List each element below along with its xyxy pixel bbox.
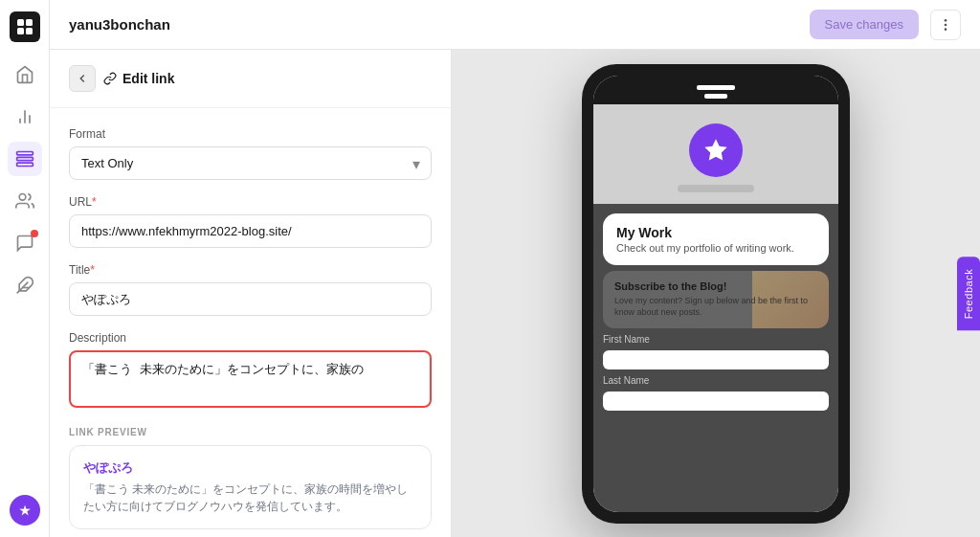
edit-link-title: Edit link xyxy=(103,71,174,86)
svg-point-10 xyxy=(19,194,26,201)
phone-bar-wide xyxy=(697,85,735,90)
more-options-button[interactable] xyxy=(930,10,961,40)
feedback-tab[interactable]: Feedback xyxy=(957,257,980,330)
phone-card-title: My Work xyxy=(616,225,815,240)
app-logo[interactable] xyxy=(10,11,40,42)
phone-first-name-input xyxy=(603,350,829,369)
format-label: Format xyxy=(69,127,432,141)
svg-marker-16 xyxy=(704,139,726,160)
sidebar-item-home[interactable] xyxy=(8,57,42,92)
phone-subscribe-title: Subscribe to the Blog! xyxy=(614,280,817,292)
svg-rect-9 xyxy=(16,163,33,166)
phone-subscribe-area: Subscribe to the Blog! Love my content? … xyxy=(603,271,829,328)
phone-bar-narrow xyxy=(704,94,727,99)
format-group: Format Text Only Image + Text Image Only… xyxy=(69,127,432,180)
back-button[interactable] xyxy=(69,65,96,92)
svg-point-14 xyxy=(945,23,947,26)
link-icon xyxy=(103,72,117,85)
svg-rect-7 xyxy=(16,152,33,155)
phone-first-name-label: First Name xyxy=(603,334,829,345)
phone-profile-area xyxy=(593,104,838,204)
url-label: URL* xyxy=(69,195,432,209)
topbar: yanu3bonchan Save changes xyxy=(50,0,980,50)
preview-title: やぽぷろ xyxy=(83,459,417,477)
svg-point-15 xyxy=(945,28,947,31)
link-preview-section: LINK PREVIEW やぽぷろ 「書こう 未来のために」をコンセプトに、家族… xyxy=(50,427,451,537)
format-select-wrapper: Text Only Image + Text Image Only ▾ xyxy=(69,146,432,180)
title-group: Title* xyxy=(69,263,432,316)
phone-card-desc: Check out my portfolio of writing work. xyxy=(616,242,815,254)
format-select[interactable]: Text Only Image + Text Image Only xyxy=(69,146,432,180)
phone-field-group: First Name Last Name xyxy=(603,334,829,411)
phone-top-bar xyxy=(593,76,838,104)
description-label: Description xyxy=(69,331,432,345)
form-area: Format Text Only Image + Text Image Only… xyxy=(50,108,451,427)
sidebar-item-messages[interactable] xyxy=(8,226,42,260)
edit-link-header: Edit link xyxy=(50,50,451,108)
description-textarea[interactable]: 「書こう 未来のために」をコンセプトに、家族の xyxy=(69,350,432,408)
link-preview-label: LINK PREVIEW xyxy=(69,427,432,437)
link-preview-card: やぽぷろ 「書こう 未来のために」をコンセプトに、家族の時間を増やしたい方に向け… xyxy=(69,445,432,529)
main-area: yanu3bonchan Save changes xyxy=(50,0,980,537)
sidebar: ★ xyxy=(0,0,50,537)
sidebar-avatar[interactable]: ★ xyxy=(10,495,40,526)
sidebar-item-links[interactable] xyxy=(8,142,42,176)
phone-last-name-input xyxy=(603,392,829,411)
phone-name-blur xyxy=(678,185,754,192)
sidebar-item-integrations[interactable] xyxy=(8,268,42,302)
phone-content: My Work Check out my portfolio of writin… xyxy=(593,204,838,512)
title-label: Title* xyxy=(69,263,432,277)
sidebar-item-analytics[interactable] xyxy=(8,100,42,134)
phone-subscribe-desc: Love my content? Sign up below and be th… xyxy=(614,295,817,319)
description-group: Description 「書こう 未来のために」をコンセプトに、家族の xyxy=(69,331,432,408)
phone-screen: My Work Check out my portfolio of writin… xyxy=(593,76,838,512)
preview-desc: 「書こう 未来のために」をコンセプトに、家族の時間を増やしたい方に向けてブログノ… xyxy=(83,481,417,515)
url-input[interactable] xyxy=(69,214,432,248)
svg-rect-0 xyxy=(17,19,24,26)
left-panel: Edit link Format Text Only Image + Text … xyxy=(50,50,452,537)
messages-badge xyxy=(31,230,38,237)
svg-rect-3 xyxy=(26,28,33,34)
phone-last-name-label: Last Name xyxy=(603,375,829,386)
phone-my-work-card: My Work Check out my portfolio of writin… xyxy=(603,213,829,265)
right-panel: Feedback xyxy=(452,50,980,537)
svg-rect-8 xyxy=(16,157,33,160)
url-group: URL* xyxy=(69,195,432,248)
title-input[interactable] xyxy=(69,282,432,316)
svg-point-13 xyxy=(945,19,947,22)
svg-rect-2 xyxy=(17,28,24,34)
sidebar-item-people[interactable] xyxy=(8,184,42,218)
phone-mockup: My Work Check out my portfolio of writin… xyxy=(582,64,850,524)
save-changes-button[interactable]: Save changes xyxy=(810,10,919,39)
app-title: yanu3bonchan xyxy=(69,16,798,33)
svg-rect-1 xyxy=(26,19,33,26)
phone-avatar xyxy=(689,123,743,177)
content-split: Edit link Format Text Only Image + Text … xyxy=(50,50,980,537)
